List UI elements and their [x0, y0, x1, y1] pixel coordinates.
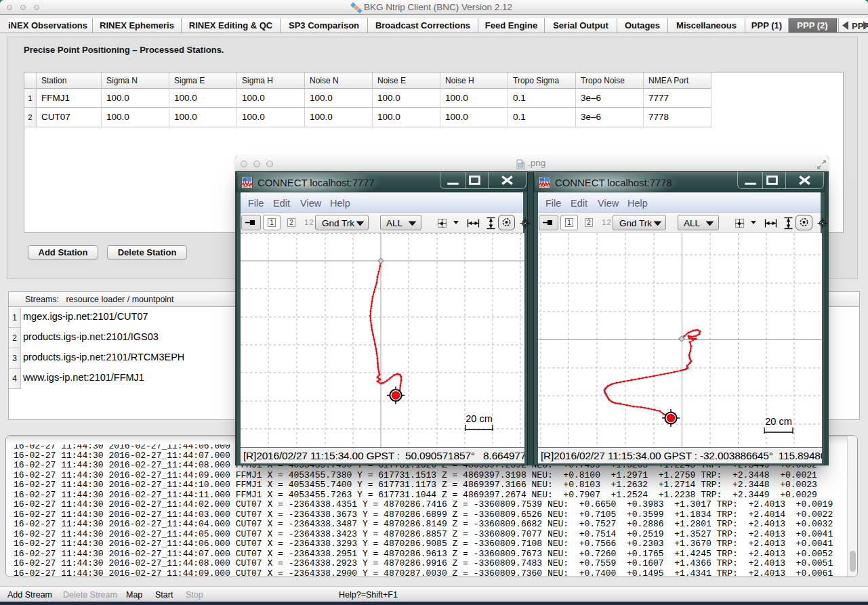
svg-text:1: 1 [270, 219, 274, 226]
svg-text:2: 2 [587, 219, 591, 226]
svg-text:2: 2 [289, 219, 293, 226]
svg-text:1: 1 [567, 219, 571, 226]
svg-text:20 cm: 20 cm [466, 413, 493, 424]
svg-text:20 cm: 20 cm [765, 416, 792, 427]
